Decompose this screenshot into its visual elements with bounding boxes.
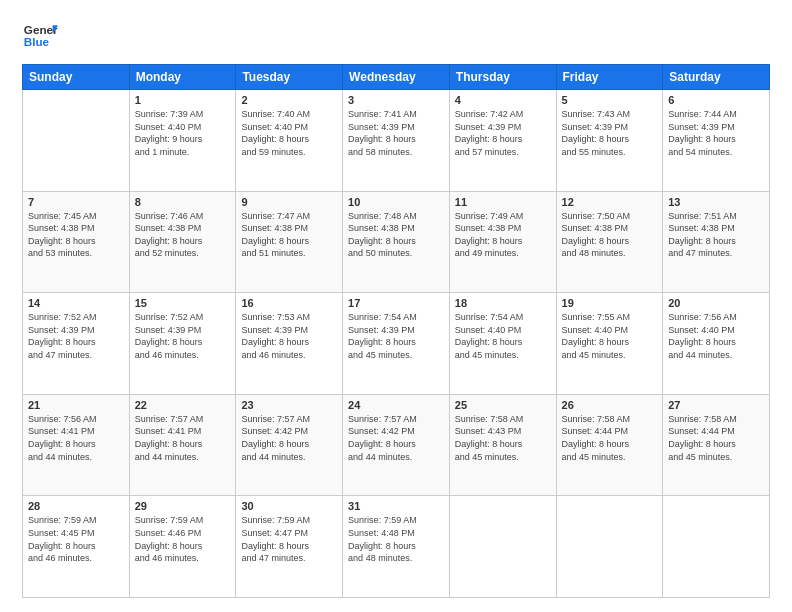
cell-info: Sunrise: 7:39 AM Sunset: 4:40 PM Dayligh… [135,108,231,158]
day-number: 9 [241,196,337,208]
calendar-cell-r1c4: 11Sunrise: 7:49 AM Sunset: 4:38 PM Dayli… [449,191,556,293]
cell-info: Sunrise: 7:54 AM Sunset: 4:39 PM Dayligh… [348,311,444,361]
calendar-cell-r1c5: 12Sunrise: 7:50 AM Sunset: 4:38 PM Dayli… [556,191,663,293]
day-number: 27 [668,399,764,411]
cell-info: Sunrise: 7:52 AM Sunset: 4:39 PM Dayligh… [135,311,231,361]
calendar-cell-r4c2: 30Sunrise: 7:59 AM Sunset: 4:47 PM Dayli… [236,496,343,598]
calendar-cell-r3c6: 27Sunrise: 7:58 AM Sunset: 4:44 PM Dayli… [663,394,770,496]
day-number: 31 [348,500,444,512]
calendar-cell-r0c6: 6Sunrise: 7:44 AM Sunset: 4:39 PM Daylig… [663,90,770,192]
cell-info: Sunrise: 7:50 AM Sunset: 4:38 PM Dayligh… [562,210,658,260]
calendar-cell-r4c6 [663,496,770,598]
calendar-row-4: 28Sunrise: 7:59 AM Sunset: 4:45 PM Dayli… [23,496,770,598]
weekday-header-friday: Friday [556,65,663,90]
logo-icon: General Blue [22,18,58,54]
calendar-cell-r3c2: 23Sunrise: 7:57 AM Sunset: 4:42 PM Dayli… [236,394,343,496]
weekday-header-thursday: Thursday [449,65,556,90]
weekday-header-sunday: Sunday [23,65,130,90]
calendar-cell-r2c6: 20Sunrise: 7:56 AM Sunset: 4:40 PM Dayli… [663,293,770,395]
calendar-cell-r2c5: 19Sunrise: 7:55 AM Sunset: 4:40 PM Dayli… [556,293,663,395]
cell-info: Sunrise: 7:54 AM Sunset: 4:40 PM Dayligh… [455,311,551,361]
day-number: 16 [241,297,337,309]
calendar-cell-r2c1: 15Sunrise: 7:52 AM Sunset: 4:39 PM Dayli… [129,293,236,395]
calendar-cell-r2c2: 16Sunrise: 7:53 AM Sunset: 4:39 PM Dayli… [236,293,343,395]
logo: General Blue [22,18,58,54]
calendar-cell-r4c3: 31Sunrise: 7:59 AM Sunset: 4:48 PM Dayli… [343,496,450,598]
cell-info: Sunrise: 7:47 AM Sunset: 4:38 PM Dayligh… [241,210,337,260]
calendar-cell-r3c5: 26Sunrise: 7:58 AM Sunset: 4:44 PM Dayli… [556,394,663,496]
day-number: 26 [562,399,658,411]
calendar-cell-r0c2: 2Sunrise: 7:40 AM Sunset: 4:40 PM Daylig… [236,90,343,192]
cell-info: Sunrise: 7:52 AM Sunset: 4:39 PM Dayligh… [28,311,124,361]
day-number: 30 [241,500,337,512]
day-number: 23 [241,399,337,411]
cell-info: Sunrise: 7:55 AM Sunset: 4:40 PM Dayligh… [562,311,658,361]
calendar-row-3: 21Sunrise: 7:56 AM Sunset: 4:41 PM Dayli… [23,394,770,496]
day-number: 20 [668,297,764,309]
cell-info: Sunrise: 7:56 AM Sunset: 4:41 PM Dayligh… [28,413,124,463]
cell-info: Sunrise: 7:45 AM Sunset: 4:38 PM Dayligh… [28,210,124,260]
day-number: 8 [135,196,231,208]
calendar-cell-r2c4: 18Sunrise: 7:54 AM Sunset: 4:40 PM Dayli… [449,293,556,395]
day-number: 14 [28,297,124,309]
cell-info: Sunrise: 7:57 AM Sunset: 4:42 PM Dayligh… [348,413,444,463]
weekday-header-tuesday: Tuesday [236,65,343,90]
cell-info: Sunrise: 7:59 AM Sunset: 4:47 PM Dayligh… [241,514,337,564]
calendar-cell-r1c0: 7Sunrise: 7:45 AM Sunset: 4:38 PM Daylig… [23,191,130,293]
weekday-header-monday: Monday [129,65,236,90]
calendar-cell-r1c2: 9Sunrise: 7:47 AM Sunset: 4:38 PM Daylig… [236,191,343,293]
cell-info: Sunrise: 7:59 AM Sunset: 4:46 PM Dayligh… [135,514,231,564]
day-number: 2 [241,94,337,106]
calendar-cell-r3c4: 25Sunrise: 7:58 AM Sunset: 4:43 PM Dayli… [449,394,556,496]
day-number: 15 [135,297,231,309]
day-number: 25 [455,399,551,411]
day-number: 18 [455,297,551,309]
day-number: 28 [28,500,124,512]
calendar-table: SundayMondayTuesdayWednesdayThursdayFrid… [22,64,770,598]
day-number: 29 [135,500,231,512]
cell-info: Sunrise: 7:58 AM Sunset: 4:44 PM Dayligh… [668,413,764,463]
calendar-cell-r4c0: 28Sunrise: 7:59 AM Sunset: 4:45 PM Dayli… [23,496,130,598]
calendar-cell-r0c4: 4Sunrise: 7:42 AM Sunset: 4:39 PM Daylig… [449,90,556,192]
day-number: 5 [562,94,658,106]
calendar-cell-r0c1: 1Sunrise: 7:39 AM Sunset: 4:40 PM Daylig… [129,90,236,192]
calendar-cell-r2c3: 17Sunrise: 7:54 AM Sunset: 4:39 PM Dayli… [343,293,450,395]
calendar-cell-r4c4 [449,496,556,598]
calendar-cell-r4c1: 29Sunrise: 7:59 AM Sunset: 4:46 PM Dayli… [129,496,236,598]
day-number: 11 [455,196,551,208]
cell-info: Sunrise: 7:53 AM Sunset: 4:39 PM Dayligh… [241,311,337,361]
calendar-page: General Blue SundayMondayTuesdayWednesda… [0,0,792,612]
calendar-cell-r3c1: 22Sunrise: 7:57 AM Sunset: 4:41 PM Dayli… [129,394,236,496]
cell-info: Sunrise: 7:58 AM Sunset: 4:43 PM Dayligh… [455,413,551,463]
header: General Blue [22,18,770,54]
calendar-cell-r3c3: 24Sunrise: 7:57 AM Sunset: 4:42 PM Dayli… [343,394,450,496]
day-number: 7 [28,196,124,208]
day-number: 22 [135,399,231,411]
day-number: 19 [562,297,658,309]
cell-info: Sunrise: 7:42 AM Sunset: 4:39 PM Dayligh… [455,108,551,158]
svg-text:Blue: Blue [24,35,50,48]
cell-info: Sunrise: 7:46 AM Sunset: 4:38 PM Dayligh… [135,210,231,260]
weekday-header-row: SundayMondayTuesdayWednesdayThursdayFrid… [23,65,770,90]
calendar-cell-r3c0: 21Sunrise: 7:56 AM Sunset: 4:41 PM Dayli… [23,394,130,496]
calendar-cell-r0c0 [23,90,130,192]
calendar-row-2: 14Sunrise: 7:52 AM Sunset: 4:39 PM Dayli… [23,293,770,395]
calendar-cell-r0c3: 3Sunrise: 7:41 AM Sunset: 4:39 PM Daylig… [343,90,450,192]
day-number: 21 [28,399,124,411]
day-number: 10 [348,196,444,208]
weekday-header-wednesday: Wednesday [343,65,450,90]
weekday-header-saturday: Saturday [663,65,770,90]
day-number: 13 [668,196,764,208]
day-number: 24 [348,399,444,411]
calendar-row-0: 1Sunrise: 7:39 AM Sunset: 4:40 PM Daylig… [23,90,770,192]
calendar-row-1: 7Sunrise: 7:45 AM Sunset: 4:38 PM Daylig… [23,191,770,293]
calendar-cell-r1c1: 8Sunrise: 7:46 AM Sunset: 4:38 PM Daylig… [129,191,236,293]
day-number: 3 [348,94,444,106]
cell-info: Sunrise: 7:58 AM Sunset: 4:44 PM Dayligh… [562,413,658,463]
cell-info: Sunrise: 7:43 AM Sunset: 4:39 PM Dayligh… [562,108,658,158]
cell-info: Sunrise: 7:56 AM Sunset: 4:40 PM Dayligh… [668,311,764,361]
cell-info: Sunrise: 7:44 AM Sunset: 4:39 PM Dayligh… [668,108,764,158]
cell-info: Sunrise: 7:59 AM Sunset: 4:48 PM Dayligh… [348,514,444,564]
day-number: 12 [562,196,658,208]
calendar-cell-r0c5: 5Sunrise: 7:43 AM Sunset: 4:39 PM Daylig… [556,90,663,192]
